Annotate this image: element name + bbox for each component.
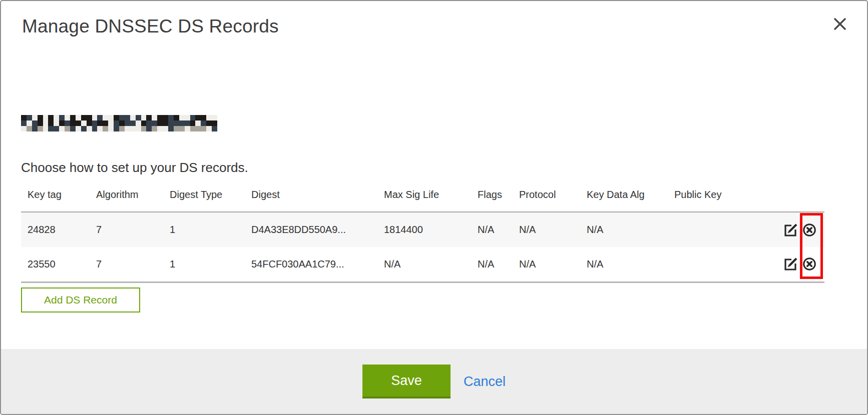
manage-dnssec-modal: Manage DNSSEC DS Records Choose how to s… xyxy=(0,0,868,415)
cell-algorithm: 7 xyxy=(90,247,163,282)
col-header-max-sig-life: Max Sig Life xyxy=(377,184,471,212)
cell-key-tag: 23550 xyxy=(21,247,90,282)
cancel-link[interactable]: Cancel xyxy=(464,374,506,390)
col-header-key-tag: Key tag xyxy=(21,184,90,212)
ds-records-table: Key tag Algorithm Digest Type Digest Max… xyxy=(21,184,824,283)
edit-pencil-square-icon xyxy=(783,266,798,273)
col-header-public-key: Public Key xyxy=(668,184,778,212)
cell-public-key xyxy=(668,247,778,282)
cell-max-sig-life: 1814400 xyxy=(377,212,471,247)
cell-protocol: N/A xyxy=(513,247,580,282)
edit-pencil-square-icon xyxy=(783,232,798,239)
cell-actions xyxy=(778,247,824,282)
cell-flags: N/A xyxy=(471,247,513,282)
cell-digest: D4A33E8DD550A9... xyxy=(245,212,377,247)
modal-footer: Save Cancel xyxy=(1,349,867,414)
cell-actions xyxy=(778,212,824,247)
col-header-protocol: Protocol xyxy=(513,184,580,212)
circled-x-icon xyxy=(802,266,817,273)
close-icon xyxy=(832,16,847,32)
page-title: Manage DNSSEC DS Records xyxy=(22,16,279,37)
cell-digest-type: 1 xyxy=(163,212,245,247)
instruction-text: Choose how to set up your DS records. xyxy=(21,160,248,176)
col-header-digest-type: Digest Type xyxy=(163,184,245,212)
col-header-flags: Flags xyxy=(471,184,513,212)
save-button[interactable]: Save xyxy=(362,364,451,398)
col-header-algorithm: Algorithm xyxy=(90,184,163,212)
edit-record-button[interactable] xyxy=(783,256,798,272)
delete-record-button[interactable] xyxy=(802,256,817,272)
col-header-actions xyxy=(778,184,824,212)
col-header-digest: Digest xyxy=(245,184,377,212)
cell-flags: N/A xyxy=(471,212,513,247)
cell-protocol: N/A xyxy=(513,212,580,247)
cell-algorithm: 7 xyxy=(90,212,163,247)
close-button[interactable] xyxy=(830,14,850,34)
table-header-row: Key tag Algorithm Digest Type Digest Max… xyxy=(21,184,824,212)
add-ds-record-button[interactable]: Add DS Record xyxy=(21,288,140,312)
redacted-domain-name xyxy=(21,115,217,132)
cell-max-sig-life: N/A xyxy=(377,247,471,282)
cell-digest: 54FCF030AA1C79... xyxy=(245,247,377,282)
delete-record-button[interactable] xyxy=(802,222,817,238)
circled-x-icon xyxy=(802,232,817,239)
cell-public-key xyxy=(668,212,778,247)
edit-record-button[interactable] xyxy=(783,222,798,238)
cell-key-data-alg: N/A xyxy=(580,212,668,247)
cell-key-data-alg: N/A xyxy=(580,247,668,282)
table-row: 24828 7 1 D4A33E8DD550A9... 1814400 N/A … xyxy=(21,212,824,247)
col-header-key-data-alg: Key Data Alg xyxy=(580,184,668,212)
table-row: 23550 7 1 54FCF030AA1C79... N/A N/A N/A … xyxy=(21,247,824,282)
cell-key-tag: 24828 xyxy=(21,212,90,247)
cell-digest-type: 1 xyxy=(163,247,245,282)
